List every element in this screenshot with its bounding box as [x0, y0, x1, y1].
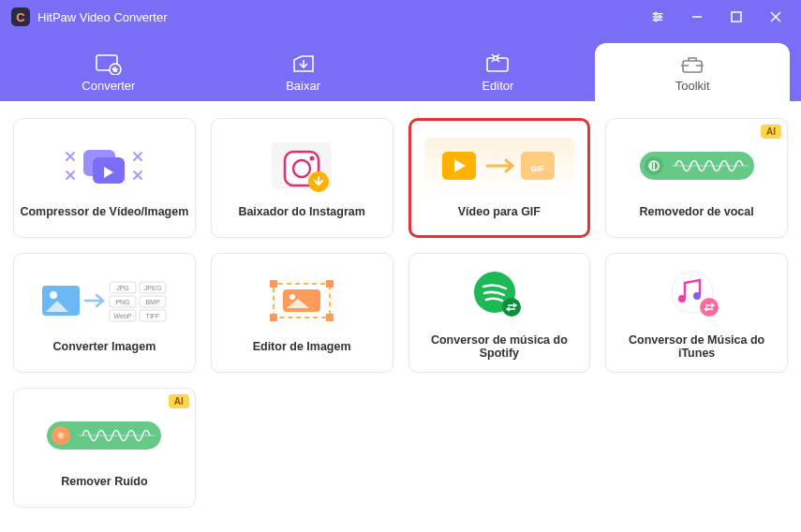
svg-point-60 — [693, 292, 701, 300]
card-title: Baixador do Instagram — [232, 205, 370, 218]
settings-icon[interactable] — [649, 8, 666, 25]
tab-label: Converter — [82, 79, 135, 93]
card-edit-image[interactable]: Editor de Imagem — [211, 253, 393, 373]
svg-text:WebP: WebP — [114, 313, 132, 319]
svg-point-3 — [655, 12, 658, 15]
noise-icon — [29, 407, 179, 464]
converter-icon — [95, 52, 123, 75]
instagram-icon — [227, 138, 377, 194]
card-title: Remover Ruído — [55, 475, 153, 488]
svg-rect-52 — [270, 314, 277, 321]
svg-point-26 — [310, 156, 315, 161]
maximize-icon[interactable] — [728, 8, 745, 25]
svg-rect-7 — [732, 12, 741, 22]
svg-point-16 — [494, 56, 497, 60]
video-gif-icon: GIF — [424, 138, 574, 194]
card-title: Removedor de vocal — [633, 205, 759, 218]
card-spotify[interactable]: Conversor de música do Spotify — [408, 253, 591, 373]
tab-baixar[interactable]: Baixar — [206, 43, 401, 101]
svg-point-59 — [678, 295, 686, 303]
window-controls — [649, 8, 790, 25]
toolkit-icon — [679, 52, 705, 75]
svg-rect-53 — [326, 314, 334, 321]
tab-label: Baixar — [286, 79, 320, 93]
svg-text:JPEG: JPEG — [144, 285, 161, 291]
edit-image-icon — [227, 273, 377, 329]
card-convert-image[interactable]: JPG JPEG PNG BMP WebP TIFF Converter Ima… — [13, 253, 196, 373]
tab-label: Toolkit — [675, 79, 710, 93]
convert-image-icon: JPG JPEG PNG BMP WebP TIFF — [29, 273, 179, 329]
ai-badge: AI — [169, 394, 189, 408]
svg-point-4 — [659, 16, 661, 19]
svg-rect-17 — [683, 61, 702, 72]
itunes-icon — [622, 266, 772, 322]
svg-text:TIFF: TIFF — [146, 313, 160, 319]
minimize-icon[interactable] — [689, 8, 705, 25]
svg-point-57 — [502, 298, 521, 317]
app-title: HitPaw Video Converter — [37, 10, 649, 24]
card-title: Converter Imagem — [47, 340, 161, 353]
compressor-icon — [29, 138, 179, 194]
svg-point-61 — [700, 298, 719, 317]
card-title: Conversor de Música do iTunes — [606, 333, 787, 360]
spotify-icon — [424, 266, 574, 322]
card-title: Conversor de música do Spotify — [409, 333, 590, 360]
svg-rect-51 — [326, 280, 334, 288]
card-video-gif[interactable]: GIF Vídeo para GIF — [408, 118, 591, 238]
svg-text:GIF: GIF — [530, 164, 545, 173]
svg-text:JPG: JPG — [117, 285, 130, 291]
svg-text:PNG: PNG — [116, 299, 130, 305]
card-instagram[interactable]: Baixador do Instagram — [211, 118, 393, 238]
ai-badge: AI — [761, 125, 781, 139]
download-icon — [290, 52, 317, 75]
card-title: Vídeo para GIF — [452, 205, 546, 218]
editor-icon — [484, 52, 511, 75]
tab-editor[interactable]: Editor — [401, 43, 596, 101]
card-noise-remover[interactable]: AI Remover Ruído — [13, 388, 196, 508]
toolkit-content: Compressor de Vídeo/Imagem Baixador do I… — [0, 101, 801, 525]
card-vocal-remover[interactable]: AI Removedor de vocal — [605, 118, 788, 238]
vocal-icon — [622, 138, 772, 194]
svg-point-36 — [50, 291, 57, 299]
titlebar: C HitPaw Video Converter — [0, 0, 801, 34]
tab-converter[interactable]: Converter — [11, 43, 206, 101]
close-icon[interactable] — [767, 8, 784, 25]
card-compressor[interactable]: Compressor de Vídeo/Imagem — [13, 118, 196, 238]
toolkit-grid: Compressor de Vídeo/Imagem Baixador do I… — [13, 118, 788, 508]
svg-point-5 — [655, 19, 658, 22]
tab-toolkit[interactable]: Toolkit — [595, 43, 790, 101]
svg-text:BMP: BMP — [146, 299, 161, 305]
card-title: Compressor de Vídeo/Imagem — [14, 205, 194, 218]
card-itunes[interactable]: Conversor de Música do iTunes — [605, 253, 788, 373]
tab-label: Editor — [482, 79, 513, 93]
svg-point-55 — [289, 294, 295, 300]
app-logo: C — [11, 7, 30, 26]
main-tabs: Converter Baixar Editor Toolkit — [0, 34, 801, 101]
card-title: Editor de Imagem — [247, 340, 357, 353]
svg-rect-50 — [270, 280, 277, 288]
svg-rect-54 — [283, 289, 320, 312]
